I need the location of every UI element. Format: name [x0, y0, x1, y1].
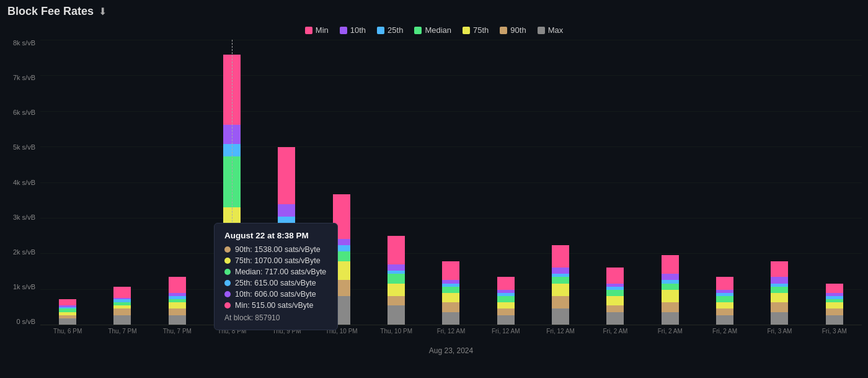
bar-segment-median [662, 284, 679, 290]
bar-group[interactable] [369, 40, 423, 325]
bar-segment-p90 [442, 302, 459, 312]
bar-segment-p10 [771, 277, 788, 283]
bar-segment-max [388, 305, 405, 325]
bar-segment-min [826, 284, 843, 293]
x-label: Thu, 7 PM [95, 325, 149, 335]
legend-label: Min [316, 25, 329, 35]
legend-dot [500, 27, 507, 34]
y-label: 3k s/vB [13, 214, 35, 221]
bar-stack [278, 147, 295, 325]
active-dashed-line [232, 40, 232, 325]
bar-segment-min [388, 236, 405, 264]
bar-segment-p90 [606, 305, 624, 312]
bar-group[interactable] [479, 40, 533, 325]
download-icon[interactable]: ⬇ [99, 6, 107, 17]
bar-group[interactable] [423, 40, 478, 325]
legend-label: 90th [510, 25, 526, 35]
bar-segment-median [278, 227, 295, 243]
bar-segment-p75 [333, 261, 350, 281]
legend-dot [463, 27, 470, 34]
bar-segment-max [333, 296, 350, 325]
bar-segment-min [169, 277, 186, 293]
y-label: 1k s/vB [13, 284, 35, 290]
x-label: Thu, 6 PM [40, 325, 95, 335]
bar-group[interactable] [40, 40, 95, 325]
bar-segment-min [606, 268, 624, 284]
bar-segment-min [113, 287, 131, 298]
bar-segment-max [716, 315, 733, 325]
legend-label: 25th [388, 25, 403, 35]
bar-group[interactable] [259, 40, 314, 325]
bar-segment-max [826, 315, 843, 325]
y-label: 2k s/vB [13, 249, 35, 256]
bar-group[interactable] [95, 40, 149, 325]
bar-segment-p75 [771, 293, 788, 302]
legend-dot [414, 27, 422, 34]
bar-segment-median [552, 277, 569, 283]
bar-segment-p25 [278, 217, 295, 226]
bar-group[interactable] [807, 40, 862, 325]
legend-item-10th: 10th [340, 25, 366, 35]
bar-segment-p75 [278, 242, 295, 268]
bar-stack [59, 299, 76, 325]
x-label: Fri, 2 AM [588, 325, 642, 335]
bar-segment-p90 [662, 302, 679, 312]
bar-segment-p75 [552, 284, 569, 296]
legend-dot [377, 27, 384, 34]
bar-group[interactable] [588, 40, 642, 325]
bar-segment-p10 [333, 239, 350, 245]
x-label: Fri, 2 AM [643, 325, 698, 335]
bar-segment-p90 [497, 308, 515, 315]
x-label: Fri, 12 AM [423, 325, 478, 335]
y-label: 6k s/vB [13, 109, 35, 116]
bar-segment-p25 [333, 245, 350, 251]
bar-stack [113, 287, 131, 325]
bar-segment-p10 [388, 264, 405, 271]
bar-group[interactable] [150, 40, 205, 325]
bar-segment-median [442, 287, 459, 293]
bar-segment-min [662, 255, 679, 274]
bar-stack [771, 261, 788, 325]
legend-item-25th: 25th [377, 25, 403, 35]
bar-segment-max [552, 308, 569, 325]
bar-group[interactable] [698, 40, 752, 325]
bar-stack [333, 194, 350, 325]
legend-dot [340, 27, 347, 34]
legend-label: Median [425, 25, 451, 35]
bar-segment-max [662, 312, 679, 325]
bar-segment-max [169, 315, 186, 325]
bar-segment-min [442, 261, 459, 281]
x-date: Aug 23, 2024 [34, 345, 868, 356]
bar-segment-p90 [278, 268, 295, 290]
bar-group[interactable] [205, 40, 259, 325]
bar-segment-min [333, 194, 350, 239]
bar-group[interactable] [314, 40, 369, 325]
legend-label: Max [548, 25, 564, 35]
x-label: Fri, 3 AM [807, 325, 862, 335]
legend-item-max: Max [538, 25, 564, 35]
legend-item-median: Median [414, 25, 451, 35]
bar-segment-max [278, 290, 295, 325]
bar-group[interactable] [643, 40, 698, 325]
bar-segment-p75 [606, 296, 624, 305]
bar-stack [442, 261, 459, 325]
bar-segment-p10 [552, 268, 569, 274]
bar-segment-min [59, 299, 76, 305]
legend-dot [538, 27, 545, 34]
bar-segment-p10 [278, 204, 295, 217]
bar-segment-min [552, 245, 569, 268]
legend-item-min: Min [305, 25, 329, 35]
bar-group[interactable] [533, 40, 588, 325]
bar-stack [826, 284, 843, 325]
bar-group[interactable] [752, 40, 807, 325]
bar-segment-min [278, 147, 295, 204]
bar-segment-p75 [662, 290, 679, 302]
bar-segment-median [771, 287, 788, 293]
bar-segment-p90 [716, 308, 733, 315]
y-label: 0 s/vB [16, 318, 35, 325]
chart-inner: August 22 at 8:38 PM 90th: 1538.00 sats/… [40, 40, 862, 325]
bar-stack [662, 255, 679, 325]
bar-segment-max [59, 318, 76, 325]
bar-segment-p75 [826, 302, 843, 308]
legend-label: 75th [473, 25, 489, 35]
